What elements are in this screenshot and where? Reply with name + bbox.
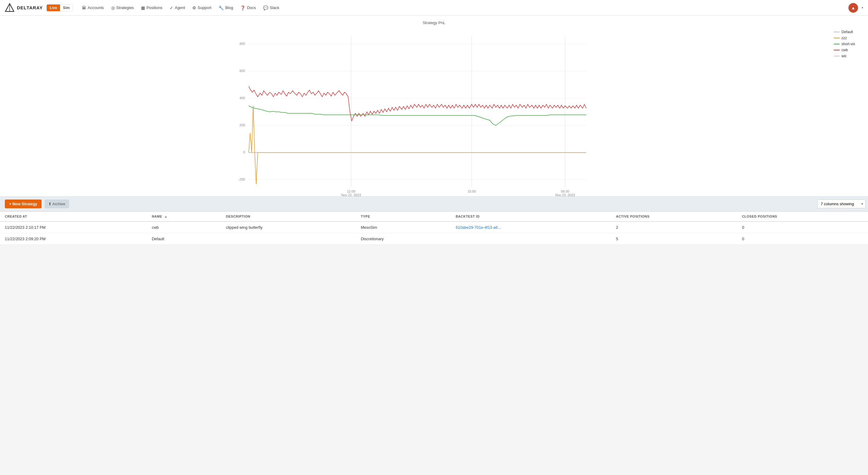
docs-label: Docs	[247, 5, 256, 10]
positions-icon: ▦	[141, 5, 145, 10]
table-container: + New Strategy ⬆ Archive 7 columns showi…	[0, 196, 868, 245]
blog-label: Blog	[225, 5, 233, 10]
col-closed-positions: CLOSED POSITIONS	[737, 212, 868, 222]
strategies-icon: ◎	[111, 5, 115, 10]
nav-docs[interactable]: ❓Docs	[237, 4, 259, 12]
col-description: DESCRIPTION	[221, 212, 356, 222]
col-type: TYPE	[356, 212, 451, 222]
cell-description-2	[221, 233, 356, 245]
mode-sim-tab[interactable]: Sim	[60, 4, 73, 11]
col-name[interactable]: NAME ▲	[147, 212, 221, 222]
legend-short-vix-line	[834, 44, 840, 44]
strategies-label: Strategies	[116, 5, 134, 10]
chart-svg-wrap: 800 600 400 200 0 -200	[0, 27, 829, 196]
cell-backtest-id-1[interactable]: 610abe29-701e-4f13-a6...	[451, 222, 611, 233]
legend-default-label: Default	[841, 30, 853, 34]
columns-select-wrap: 7 columns showing 6 columns showing 5 co…	[817, 199, 863, 208]
archive-button[interactable]: ⬆ Archive	[44, 199, 69, 208]
svg-text:800: 800	[240, 42, 245, 45]
support-icon: ⚙	[192, 5, 196, 10]
docs-icon: ❓	[240, 5, 245, 10]
cell-name-1[interactable]: cwb	[147, 222, 221, 233]
nav-right: ▲ ▾	[848, 3, 863, 13]
svg-text:0: 0	[243, 150, 245, 154]
legend-cwb: cwb	[834, 48, 863, 52]
table-row: 11/22/2023 2:10:17 PM cwb clipped wing b…	[0, 222, 868, 233]
col-created-at: CREATED AT	[0, 212, 147, 222]
cell-created-at-1: 11/22/2023 2:10:17 PM	[0, 222, 147, 233]
svg-text:600: 600	[240, 69, 245, 73]
chart-inner: 800 600 400 200 0 -200	[0, 27, 868, 196]
svg-text:15:00: 15:00	[467, 190, 476, 193]
svg-text:Nov 22, 2023: Nov 22, 2023	[341, 193, 361, 196]
brand-name: DELTARAY	[17, 5, 43, 10]
nav-positions[interactable]: ▦Positions	[138, 4, 165, 12]
agent-label: Agent	[175, 5, 185, 10]
legend-short-vix: short-vix	[834, 42, 863, 46]
svg-text:Nov 23, 2023: Nov 23, 2023	[555, 193, 575, 196]
accounts-label: Accounts	[88, 5, 104, 10]
blog-icon: 🔧	[218, 5, 224, 10]
nav-support[interactable]: ⚙Support	[189, 4, 215, 12]
pnl-chart: 800 600 400 200 0 -200	[0, 27, 829, 196]
table-header: CREATED AT NAME ▲ DESCRIPTION TYPE BACKT…	[0, 212, 868, 222]
svg-text:09:30: 09:30	[561, 190, 569, 193]
svg-text:12:00: 12:00	[347, 190, 355, 193]
legend-zzz-label: zzz	[841, 36, 847, 40]
col-active-positions: ACTIVE POSITIONS	[611, 212, 737, 222]
cell-name-2[interactable]: Default	[147, 233, 221, 245]
legend-zzz-line	[834, 38, 840, 38]
nav-links: 🏛Accounts ◎Strategies ▦Positions ✓Agent …	[79, 4, 848, 12]
support-label: Support	[198, 5, 212, 10]
legend-wic-label: wic	[841, 54, 846, 58]
new-strategy-button[interactable]: + New Strategy	[5, 199, 41, 208]
logo-icon	[5, 3, 14, 13]
table-header-row: CREATED AT NAME ▲ DESCRIPTION TYPE BACKT…	[0, 212, 868, 222]
columns-select[interactable]: 7 columns showing 6 columns showing 5 co…	[817, 199, 866, 208]
nav-accounts[interactable]: 🏛Accounts	[79, 4, 107, 12]
table-row: 11/22/2023 2:09:20 PM Default Discretion…	[0, 233, 868, 245]
agent-icon: ✓	[170, 5, 173, 10]
cell-description-1: clipped wing butterfly	[221, 222, 356, 233]
mode-live-tab[interactable]: Live	[47, 4, 60, 11]
legend-default: Default	[834, 30, 863, 34]
positions-label: Positions	[147, 5, 162, 10]
nav-slack[interactable]: 💬Slack	[260, 4, 282, 12]
sort-arrow-name: ▲	[164, 215, 167, 218]
cell-created-at-2: 11/22/2023 2:09:20 PM	[0, 233, 147, 245]
cell-type-1: MesoSim	[356, 222, 451, 233]
legend-wic-line	[834, 56, 840, 56]
chart-container: Strategy PnL 800 600 400 200 0 -200	[0, 16, 868, 196]
svg-text:200: 200	[240, 123, 245, 127]
legend-default-line	[834, 32, 840, 32]
avatar[interactable]: ▲	[848, 3, 858, 13]
accounts-icon: 🏛	[82, 5, 86, 10]
navbar: DELTARAY Live Sim 🏛Accounts ◎Strategies …	[0, 0, 868, 16]
table-toolbar: + New Strategy ⬆ Archive 7 columns showi…	[0, 196, 868, 212]
legend-short-vix-label: short-vix	[841, 42, 855, 46]
mode-tabs: Live Sim	[46, 4, 73, 11]
legend-cwb-line	[834, 50, 840, 50]
chart-title: Strategy PnL	[0, 21, 868, 25]
logo-area: DELTARAY	[5, 3, 43, 13]
slack-label: Slack	[270, 5, 279, 10]
legend-cwb-label: cwb	[841, 48, 848, 52]
nav-blog[interactable]: 🔧Blog	[216, 4, 236, 12]
nav-agent[interactable]: ✓Agent	[167, 4, 188, 12]
avatar-chevron-icon[interactable]: ▾	[862, 6, 863, 9]
cell-active-positions-1: 2	[611, 222, 737, 233]
cell-type-2: Discretionary	[356, 233, 451, 245]
slack-icon: 💬	[263, 5, 268, 10]
col-backtest-id: BACKTEST ID	[451, 212, 611, 222]
cell-closed-positions-2: 0	[737, 233, 868, 245]
legend-zzz: zzz	[834, 36, 863, 40]
cell-active-positions-2: 5	[611, 233, 737, 245]
strategies-table: CREATED AT NAME ▲ DESCRIPTION TYPE BACKT…	[0, 212, 868, 245]
chart-legend: Default zzz short-vix cwb wic	[829, 27, 868, 196]
nav-strategies[interactable]: ◎Strategies	[108, 4, 137, 12]
table-body: 11/22/2023 2:10:17 PM cwb clipped wing b…	[0, 222, 868, 245]
cell-backtest-id-2	[451, 233, 611, 245]
legend-wic: wic	[834, 54, 863, 58]
svg-text:-200: -200	[239, 178, 245, 181]
svg-text:400: 400	[240, 96, 245, 100]
